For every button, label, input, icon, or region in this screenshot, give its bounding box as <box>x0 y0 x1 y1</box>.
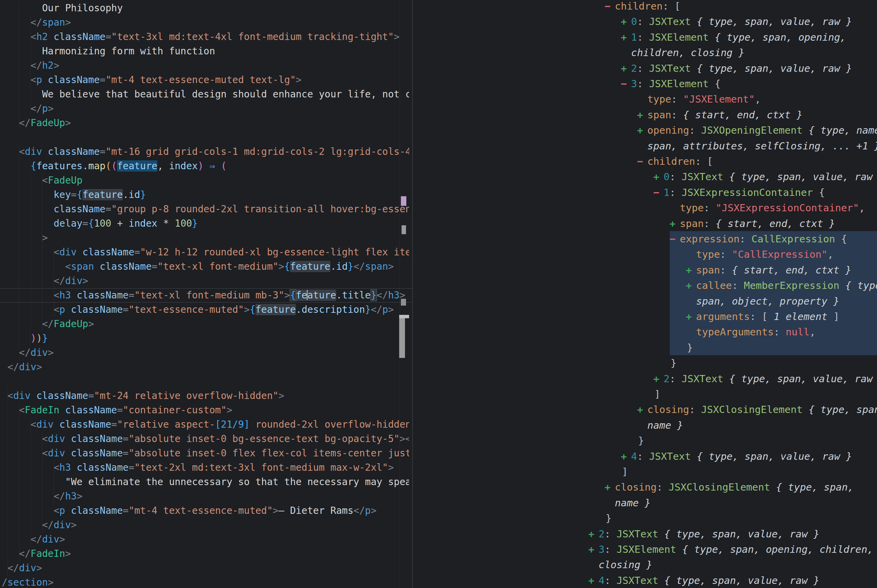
ast-tree-pane[interactable]: −children: [+0: JSXText { type, span, va… <box>413 0 877 588</box>
code-token: > <box>227 404 232 416</box>
code-line: ))} <box>30 331 48 346</box>
code-line: "We eliminate the unnecessary so that th… <box>65 475 409 489</box>
expand-node-toggle[interactable]: + <box>588 526 599 542</box>
expand-node-toggle[interactable]: + <box>621 29 631 45</box>
ast-token: span <box>696 264 720 276</box>
ast-token: : <box>671 93 683 105</box>
code-token: ⇒ <box>204 160 221 172</box>
expand-node-toggle[interactable]: + <box>637 107 647 123</box>
ast-token: JSXText <box>681 373 723 385</box>
code-line: </div> <box>54 274 88 288</box>
expand-node-toggle[interactable]: + <box>653 371 664 387</box>
ast-token: : <box>704 202 716 214</box>
ast-token: { type, span, opening, <box>709 32 846 43</box>
collapse-node-toggle[interactable]: − <box>605 0 615 14</box>
collapse-node-toggle[interactable]: − <box>637 153 647 169</box>
code-token: } <box>42 333 48 344</box>
code-token: map <box>88 160 106 172</box>
expand-node-toggle[interactable]: + <box>686 278 696 293</box>
code-token: = <box>105 203 111 215</box>
code-token: </ <box>30 60 42 71</box>
ast-token: MemberExpression <box>744 280 839 291</box>
ast-token: 1 <box>631 32 637 43</box>
code-token: p <box>42 103 48 114</box>
ast-token: JSXClosingElement <box>701 404 803 416</box>
ast-token: { <box>835 233 847 245</box>
code-token: div <box>60 246 77 258</box>
code-token: ature <box>307 290 336 301</box>
code-token: < <box>42 447 48 459</box>
code-token: key <box>54 189 71 200</box>
ast-token: opening <box>647 124 689 136</box>
code-line: </h2> <box>30 58 59 73</box>
code-token: — Dieter Rams <box>278 505 353 516</box>
code-token: > <box>71 519 77 531</box>
ast-token: 3 <box>599 543 604 555</box>
ast-token: callee <box>696 280 732 291</box>
ast-token: JSXText <box>649 16 691 27</box>
code-token: < <box>65 261 71 272</box>
expand-node-toggle[interactable]: + <box>653 169 664 184</box>
ast-line: +closing: JSXClosingElement { type, span… <box>615 479 854 495</box>
expand-node-toggle[interactable]: + <box>621 60 631 76</box>
code-token: "container-custom" <box>123 404 227 416</box>
code-token: </ <box>19 347 31 358</box>
code-token: > <box>36 362 42 373</box>
ast-token: : <box>637 451 649 462</box>
expand-node-toggle[interactable]: + <box>637 122 647 138</box>
code-token: p <box>382 304 388 315</box>
code-token: className <box>42 146 100 157</box>
expand-node-toggle[interactable]: + <box>670 216 680 231</box>
ast-token: name } <box>647 420 683 431</box>
ast-line: +callee: MemberExpression { type, <box>696 278 877 293</box>
code-token: . <box>83 160 88 172</box>
code-line: </FadeUp> <box>42 317 94 331</box>
expand-node-toggle[interactable]: + <box>621 448 631 464</box>
ast-token: 2 <box>599 528 604 540</box>
collapse-node-toggle[interactable]: − <box>653 184 664 200</box>
ast-token: { type, span, <box>770 482 853 493</box>
code-token: </ <box>8 362 19 373</box>
expand-node-toggle[interactable]: + <box>588 573 599 588</box>
code-line: <FadeUp <box>42 173 83 188</box>
code-token: </ <box>30 103 42 114</box>
code-token: < <box>42 175 48 186</box>
code-token: "text-xl font-medium" <box>157 261 278 272</box>
ast-token: , <box>859 202 865 214</box>
expand-node-toggle[interactable]: + <box>686 309 696 324</box>
code-token: * <box>157 218 175 229</box>
ast-token: } <box>606 513 611 524</box>
expand-node-toggle[interactable]: + <box>637 402 647 417</box>
code-token: className <box>65 505 123 516</box>
ast-line: −expression: CallExpression { <box>680 231 847 247</box>
ast-line: closing } <box>599 557 652 573</box>
code-token: < <box>42 433 48 444</box>
ast-token: : <box>637 16 649 27</box>
code-token: < <box>8 390 14 401</box>
expand-node-toggle[interactable]: + <box>686 262 696 278</box>
expand-node-toggle[interactable]: + <box>588 542 599 557</box>
code-token: title <box>342 290 371 301</box>
code-token: div <box>48 433 65 444</box>
ast-token: } <box>687 342 693 354</box>
code-editor-pane[interactable]: Our Philosophy</span><h2 className="text… <box>0 0 409 588</box>
code-token: </ <box>42 519 54 531</box>
code-token: Our Philosophy <box>42 2 123 14</box>
expand-node-toggle[interactable]: + <box>621 14 631 29</box>
code-token: index <box>163 160 198 172</box>
ast-line: +2: JSXText { type, span, value, raw } <box>599 526 820 542</box>
code-token: FadeIn <box>30 548 65 559</box>
pane-divider[interactable] <box>412 0 413 588</box>
code-token: div <box>19 362 37 373</box>
code-token: > <box>388 304 394 315</box>
editor-window: Our Philosophy</span><h2 className="text… <box>0 0 877 588</box>
code-token: span <box>71 261 94 272</box>
code-token: < <box>54 290 60 301</box>
expand-node-toggle[interactable]: + <box>605 479 615 495</box>
collapse-node-toggle[interactable]: − <box>621 76 631 92</box>
code-token: </ <box>353 261 365 272</box>
code-token: h2 <box>42 60 54 71</box>
code-token: > <box>394 31 399 42</box>
code-token: </ <box>42 318 54 330</box>
collapse-node-toggle[interactable]: − <box>670 231 680 247</box>
